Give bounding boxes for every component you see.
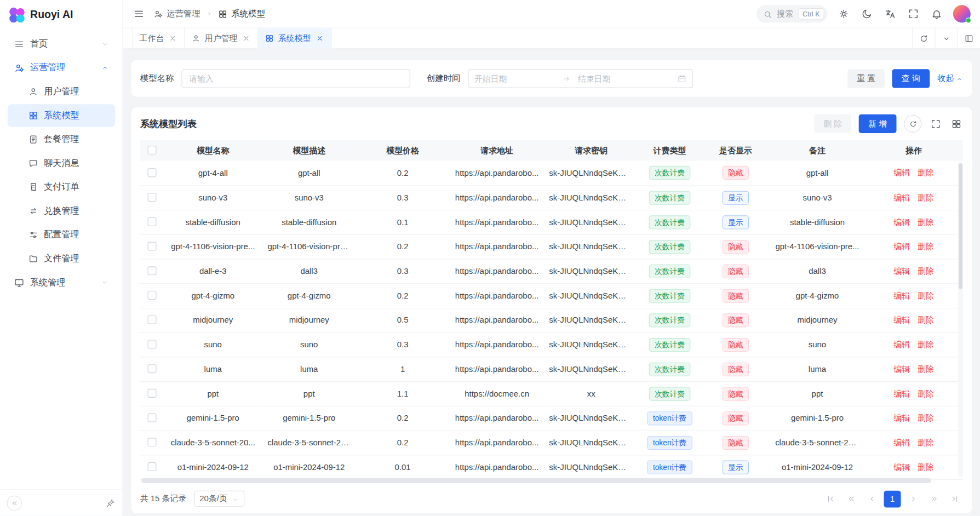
pagination-first-button[interactable] xyxy=(822,490,839,507)
edit-link[interactable]: 编辑 xyxy=(893,192,910,202)
delete-link[interactable]: 删除 xyxy=(918,217,934,226)
delete-link[interactable]: 删除 xyxy=(918,168,934,177)
sidebar-item[interactable]: 套餐管理 xyxy=(8,128,115,151)
row-checkbox[interactable] xyxy=(147,291,156,300)
vertical-scrollbar-thumb[interactable] xyxy=(959,163,962,289)
select-all-checkbox[interactable] xyxy=(147,146,156,154)
sidebar-item[interactable]: 兑换管理 xyxy=(8,200,115,222)
column-settings-button[interactable] xyxy=(950,117,963,130)
row-checkbox[interactable] xyxy=(147,414,156,422)
query-button[interactable]: 查 询 xyxy=(892,69,930,88)
sidebar-collapse-button[interactable] xyxy=(7,495,22,511)
tab-close-icon[interactable] xyxy=(316,34,324,43)
edit-link[interactable]: 编辑 xyxy=(893,168,910,177)
pagination-next-button[interactable] xyxy=(904,490,921,507)
delete-link[interactable]: 删除 xyxy=(918,290,934,300)
delete-link[interactable]: 删除 xyxy=(918,438,934,447)
end-date-input[interactable] xyxy=(578,74,658,83)
tab-options-button[interactable] xyxy=(935,28,957,49)
page-size-select[interactable]: 20条/页 xyxy=(194,491,244,507)
sidebar-pin-button[interactable] xyxy=(106,498,116,508)
refresh-table-button[interactable] xyxy=(904,115,921,133)
notifications-button[interactable] xyxy=(930,7,943,21)
row-checkbox[interactable] xyxy=(147,242,156,251)
delete-link[interactable]: 删除 xyxy=(918,340,934,349)
edit-link[interactable]: 编辑 xyxy=(893,462,910,471)
delete-link[interactable]: 删除 xyxy=(918,192,934,202)
edit-link[interactable]: 编辑 xyxy=(893,315,910,324)
date-range-picker[interactable] xyxy=(468,69,693,88)
sidebar-item[interactable]: 用户管理 xyxy=(8,81,115,103)
start-date-input[interactable] xyxy=(474,74,555,83)
pagination-next-jump-button[interactable] xyxy=(925,490,942,507)
search-input[interactable]: 搜索 Ctrl K xyxy=(756,5,827,22)
edit-link[interactable]: 编辑 xyxy=(893,340,910,349)
row-checkbox[interactable] xyxy=(147,340,156,348)
edit-link[interactable]: 编辑 xyxy=(893,290,910,300)
edit-link[interactable]: 编辑 xyxy=(893,364,910,374)
delete-link[interactable]: 删除 xyxy=(918,242,934,251)
edit-link[interactable]: 编辑 xyxy=(893,413,910,422)
add-button[interactable]: 新 增 xyxy=(859,114,896,133)
tab-close-icon[interactable] xyxy=(242,34,251,43)
row-checkbox[interactable] xyxy=(147,462,156,471)
breadcrumb-item[interactable]: 运营管理 xyxy=(153,8,200,20)
row-checkbox[interactable] xyxy=(147,438,156,446)
row-checkbox[interactable] xyxy=(147,193,156,202)
delete-link[interactable]: 删除 xyxy=(918,462,934,471)
table-fullscreen-button[interactable] xyxy=(929,117,942,130)
pagination-last-button[interactable] xyxy=(946,490,963,507)
row-checkbox[interactable] xyxy=(147,217,156,226)
tab-close-icon[interactable] xyxy=(168,34,177,43)
delete-link[interactable]: 删除 xyxy=(918,364,934,374)
collapse-filter-link[interactable]: 收起 xyxy=(937,73,963,84)
tab[interactable]: 用户管理 xyxy=(185,28,258,49)
fullscreen-button[interactable] xyxy=(907,7,920,21)
delete-link[interactable]: 删除 xyxy=(918,315,934,324)
horizontal-scrollbar-thumb[interactable] xyxy=(141,478,931,483)
pagination-page-button[interactable]: 1 xyxy=(884,490,901,507)
tab[interactable]: 系统模型 xyxy=(258,28,331,49)
sidebar-item[interactable]: 配置管理 xyxy=(8,223,115,246)
model-name-input[interactable] xyxy=(181,69,410,88)
user-icon xyxy=(28,87,38,96)
edit-link[interactable]: 编辑 xyxy=(893,438,910,447)
language-button[interactable] xyxy=(883,7,897,21)
delete-link[interactable]: 删除 xyxy=(918,413,934,422)
row-checkbox[interactable] xyxy=(147,316,156,324)
breadcrumb-item[interactable]: 系统模型 xyxy=(218,8,265,20)
theme-toggle-button[interactable] xyxy=(860,7,874,21)
app-logo[interactable]: Ruoyi AI xyxy=(0,0,123,30)
edit-link[interactable]: 编辑 xyxy=(893,266,910,276)
layout-toggle-button[interactable] xyxy=(958,28,980,49)
edit-link[interactable]: 编辑 xyxy=(893,388,910,398)
sidebar-item[interactable]: 聊天消息 xyxy=(8,152,115,175)
row-checkbox[interactable] xyxy=(147,168,156,177)
reset-button[interactable]: 重 置 xyxy=(847,69,885,88)
sidebar-item[interactable]: 运营管理 xyxy=(8,56,115,79)
sidebar-item[interactable]: 系统模型 xyxy=(8,104,115,127)
settings-button[interactable] xyxy=(837,7,851,21)
moon-icon xyxy=(861,8,873,20)
sidebar-item[interactable]: 支付订单 xyxy=(8,176,115,198)
refresh-page-button[interactable] xyxy=(912,28,935,49)
cell-model-price: 0.1 xyxy=(356,210,450,234)
edit-link[interactable]: 编辑 xyxy=(893,242,910,251)
pagination-prev-jump-button[interactable] xyxy=(843,490,859,507)
vertical-scrollbar[interactable] xyxy=(958,162,963,477)
sidebar-item[interactable]: 系统管理 xyxy=(8,271,115,294)
menu-toggle-button[interactable] xyxy=(132,7,146,21)
delete-link[interactable]: 删除 xyxy=(918,388,934,398)
row-checkbox[interactable] xyxy=(147,266,156,275)
delete-link[interactable]: 删除 xyxy=(918,266,934,276)
sidebar-item[interactable]: 文件管理 xyxy=(8,248,115,270)
pagination-prev-button[interactable] xyxy=(863,490,880,507)
horizontal-scrollbar[interactable] xyxy=(141,478,955,483)
row-checkbox[interactable] xyxy=(147,389,156,398)
user-avatar[interactable] xyxy=(953,5,971,22)
edit-link[interactable]: 编辑 xyxy=(893,217,910,226)
tab[interactable]: 工作台 xyxy=(133,28,185,49)
sidebar-item[interactable]: 首页 xyxy=(8,33,115,55)
delete-button[interactable]: 删 除 xyxy=(814,114,851,133)
row-checkbox[interactable] xyxy=(147,364,156,373)
